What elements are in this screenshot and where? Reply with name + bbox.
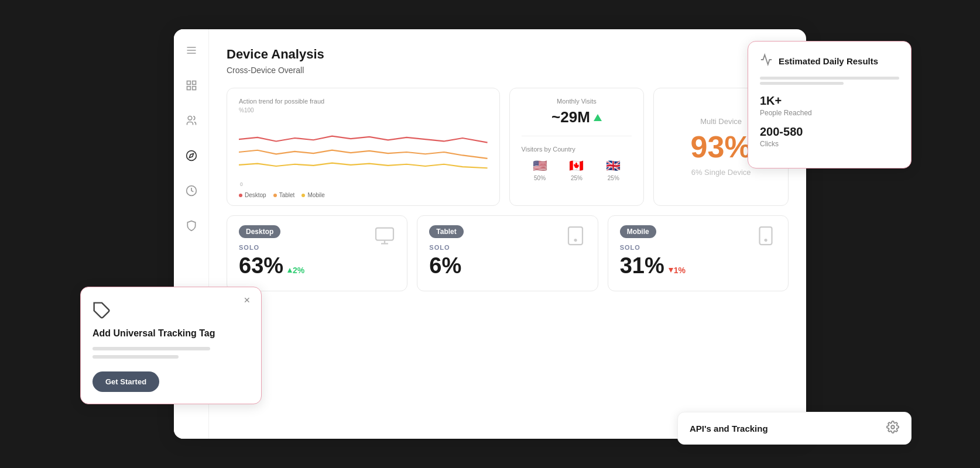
svg-rect-17 [568, 227, 582, 245]
tablet-icon-area [565, 225, 586, 249]
mobile-badge: Mobile [620, 225, 656, 238]
clicks-label: Clicks [760, 140, 899, 148]
svg-point-8 [186, 151, 196, 161]
svg-text:0: 0 [240, 181, 243, 187]
legend-mobile: Mobile [301, 192, 324, 198]
svg-marker-9 [189, 153, 193, 157]
svg-rect-5 [187, 87, 190, 90]
mobile-type-label: SOLO [620, 244, 776, 251]
chart-legend: Desktop Tablet Mobile [239, 192, 488, 198]
svg-rect-19 [759, 227, 772, 245]
svg-point-18 [574, 239, 576, 241]
monthly-visits-label: Monthly Visits [522, 98, 632, 105]
clicks-value: 200-580 [760, 125, 899, 139]
mobile-pct-row: 31% 1% [620, 253, 776, 278]
estimated-bar-partial [760, 82, 844, 85]
desktop-badge: Desktop [239, 225, 280, 238]
tracking-title: Add Universal Tracking Tag [92, 328, 249, 339]
api-tracking-bar: API's and Tracking [677, 412, 912, 445]
tablet-pct: 6% [429, 253, 461, 278]
mobile-icon-area [755, 225, 776, 249]
tracking-popup: ✕ Add Universal Tracking Tag Get Started [80, 287, 262, 404]
legend-desktop: Desktop [239, 192, 266, 198]
svg-point-20 [765, 239, 766, 241]
mobile-pct: 31% [620, 253, 664, 278]
estimated-header: Estimated Daily Results [760, 53, 899, 68]
mobile-change: 1% [668, 266, 686, 275]
estimated-title: Estimated Daily Results [779, 56, 878, 66]
tablet-pct-row: 6% [429, 253, 585, 278]
tracking-bar-2 [92, 355, 179, 359]
reach-value: 1K+ [760, 94, 899, 108]
multi-device-label: Multi Device [700, 117, 742, 126]
chart-area: 0 [239, 117, 488, 187]
gear-icon[interactable] [886, 421, 899, 436]
svg-rect-3 [187, 81, 190, 85]
reach-label: People Reached [760, 109, 899, 117]
top-row: Action trend for possible fraud %100 0 [227, 88, 789, 206]
desktop-icon-area [374, 225, 395, 249]
visits-card: Monthly Visits ~29M Visitors by Country … [509, 88, 645, 206]
flag-ca: 🇨🇦 25% [569, 159, 584, 181]
close-button[interactable]: ✕ [241, 294, 253, 306]
users-icon[interactable] [182, 111, 201, 130]
monthly-visits-value: ~29M [522, 108, 632, 126]
shield-icon[interactable] [182, 216, 201, 235]
menu-icon[interactable] [182, 41, 201, 60]
country-label: Visitors by Country [522, 146, 632, 153]
lightning-icon[interactable] [182, 181, 201, 200]
api-tracking-label: API's and Tracking [690, 424, 768, 433]
divider [522, 136, 632, 136]
device-card-desktop: Desktop SOLO 63% 2% [227, 215, 407, 291]
desktop-change: 2% [287, 266, 304, 275]
trend-up-icon [594, 114, 602, 121]
estimated-popup: Estimated Daily Results 1K+ People Reach… [748, 41, 912, 168]
single-device-label: 6% Single Device [691, 168, 751, 177]
visitors-by-country-section: Visitors by Country 🇺🇸 50% 🇨🇦 25% [522, 146, 632, 181]
desktop-type-label: SOLO [239, 244, 395, 251]
main-dashboard-card: Device Analysis Cross-Device Overall Act… [174, 29, 806, 439]
country-flags: 🇺🇸 50% 🇨🇦 25% 🇬🇧 25% [522, 159, 632, 181]
svg-marker-16 [287, 268, 292, 273]
svg-marker-21 [669, 268, 673, 273]
svg-point-23 [891, 425, 895, 429]
tracking-bar-1 [92, 347, 210, 350]
flag-us: 🇺🇸 50% [533, 159, 547, 181]
tag-icon [92, 301, 111, 320]
chart-title: Action trend for possible fraud [239, 98, 488, 105]
legend-tablet: Tablet [273, 192, 295, 198]
get-started-button[interactable]: Get Started [92, 371, 159, 392]
svg-rect-13 [376, 228, 393, 240]
compass-icon[interactable] [182, 146, 201, 165]
bottom-row: Desktop SOLO 63% 2% [227, 215, 789, 291]
multi-device-pct: 93% [691, 132, 752, 162]
device-card-mobile: Mobile SOLO 31% 1% [608, 215, 789, 291]
desktop-pct: 63% [239, 253, 283, 278]
svg-rect-4 [192, 81, 196, 85]
device-card-tablet: Tablet SOLO 6% [417, 215, 598, 291]
page-subtitle: Cross-Device Overall [227, 66, 789, 75]
monthly-visits-section: Monthly Visits ~29M [522, 98, 632, 126]
chart-line-icon [760, 53, 773, 68]
main-content: Device Analysis Cross-Device Overall Act… [209, 29, 806, 439]
chart-y-label: %100 [239, 107, 488, 113]
tablet-badge: Tablet [429, 225, 463, 238]
chart-card: Action trend for possible fraud %100 0 [227, 88, 500, 206]
page-title: Device Analysis [227, 47, 789, 62]
svg-rect-6 [192, 87, 196, 90]
grid-icon[interactable] [182, 76, 201, 95]
tablet-type-label: SOLO [429, 244, 585, 251]
svg-point-7 [188, 116, 192, 121]
flag-gb: 🇬🇧 25% [606, 159, 621, 181]
estimated-bar-full [760, 77, 899, 80]
desktop-pct-row: 63% 2% [239, 253, 395, 278]
